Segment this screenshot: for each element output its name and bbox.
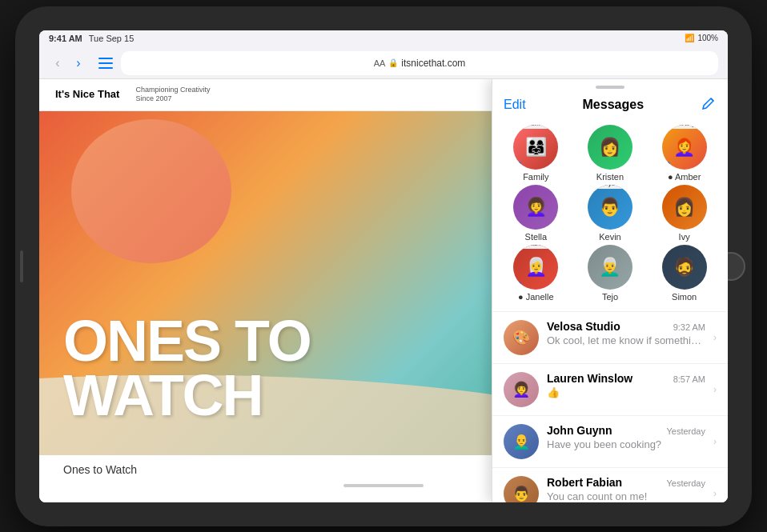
msg-preview-lauren: 👍 <box>547 386 705 398</box>
msg-preview-john: Have you been cooking? <box>547 438 705 450</box>
side-button <box>20 250 23 282</box>
pinned-avatar-family: 👨‍👩‍👧 I'll be home soon! <box>513 125 558 170</box>
site-logo-container: It's Nice That <box>55 88 119 101</box>
msg-name-john: John Guynn <box>547 424 612 437</box>
avatar-robert: 👨 <box>504 476 539 502</box>
msg-time-lauren: 8:57 AM <box>673 374 705 384</box>
msg-content-velosa: Velosa Studio 9:32 AM Ok cool, let me kn… <box>547 320 705 346</box>
msg-preview-robert: You can count on me! <box>547 490 705 502</box>
wifi-icon: 📶 <box>685 34 694 42</box>
site-tagline-line1: Championing Creativity <box>135 86 210 95</box>
msg-top-lauren: Lauren Winslow 8:57 AM <box>547 372 705 385</box>
battery-indicator: 100% <box>697 34 718 42</box>
safari-toolbar: ‹ › AA 🔒 itsnicethat.com <box>39 46 728 79</box>
msg-top-robert: Robert Fabian Yesterday <box>547 476 705 489</box>
pinned-name-tejo: Tejo <box>602 292 618 302</box>
forward-button[interactable]: › <box>70 54 87 72</box>
chevron-lauren: › <box>713 384 717 395</box>
address-url: itsnicethat.com <box>401 58 465 69</box>
pinned-ivy[interactable]: 👩 Ivy <box>656 185 713 242</box>
msg-name-lauren: Lauren Winslow <box>547 372 632 385</box>
pinned-amber[interactable]: 👩‍🦰 Cool, talk to you then. ● Amber <box>656 125 713 182</box>
pinned-contacts: 👨‍👩‍👧 I'll be home soon! Family 👩 <box>492 122 728 312</box>
pinned-simon[interactable]: 🧔 Simon <box>656 245 713 302</box>
bubble-janelle: That looks so good! <box>513 245 558 249</box>
nav-buttons: ‹ › <box>49 54 87 72</box>
pinned-row-2: 👩‍🦱 Stella 👨 What do you think? K <box>499 185 721 242</box>
pinned-avatar-kevin: 👨 What do you think? <box>588 185 632 230</box>
pinned-kevin[interactable]: 👨 What do you think? Kevin <box>581 185 639 242</box>
chevron-john: › <box>713 436 717 447</box>
messages-header: Edit Messages <box>492 92 728 122</box>
back-button[interactable]: ‹ <box>49 54 66 72</box>
pinned-avatar-amber: 👩‍🦰 Cool, talk to you then. <box>662 125 707 170</box>
drag-handle <box>596 86 624 89</box>
svg-rect-0 <box>98 58 113 59</box>
pinned-name-kevin: Kevin <box>599 232 621 242</box>
pinned-name-kristen: Kristen <box>596 172 624 182</box>
ipad-screen: 9:41 AM Tue Sep 15 📶 100% ‹ › <box>39 30 728 502</box>
pinned-row-3: 👩‍🦳 That looks so good! ● Janelle 👨‍🦳 <box>499 245 721 302</box>
unread-dot-family <box>515 162 521 168</box>
ipad-frame: 9:41 AM Tue Sep 15 📶 100% ‹ › <box>15 6 752 526</box>
bookmarks-button[interactable] <box>97 54 114 72</box>
lock-icon: 🔒 <box>388 58 398 67</box>
site-logo: It's Nice That <box>55 88 119 101</box>
pinned-family[interactable]: 👨‍👩‍👧 I'll be home soon! Family <box>507 125 564 182</box>
address-bar[interactable]: AA 🔒 itsnicethat.com <box>121 51 718 75</box>
msg-content-robert: Robert Fabian Yesterday You can count on… <box>547 476 705 502</box>
status-icons: 📶 100% <box>685 34 718 42</box>
pinned-avatar-simon: 🧔 <box>662 245 707 290</box>
chevron-robert: › <box>713 488 717 499</box>
site-tagline-line2: Since 2007 <box>135 94 210 104</box>
conversation-velosa[interactable]: 🎨 Velosa Studio 9:32 AM Ok cool, let me … <box>492 312 728 364</box>
msg-name-velosa: Velosa Studio <box>547 320 620 333</box>
pinned-avatar-stella: 👩‍🦱 <box>513 185 558 230</box>
pinned-name-ivy: Ivy <box>679 232 690 242</box>
messages-title: Messages <box>583 98 645 112</box>
msg-time-velosa: 9:32 AM <box>673 322 705 332</box>
safari-browser: 9:41 AM Tue Sep 15 📶 100% ‹ › <box>39 30 728 502</box>
avatar-velosa: 🎨 <box>504 320 539 355</box>
site-tagline-container: Championing Creativity Since 2007 <box>135 86 210 104</box>
pinned-tejo[interactable]: 👨‍🦳 Tejo <box>581 245 639 302</box>
chevron-velosa: › <box>713 332 717 343</box>
pinned-avatar-kristen: 👩 <box>588 125 632 170</box>
bubble-family: I'll be home soon! <box>513 125 558 129</box>
status-time: 9:41 AM <box>49 34 82 43</box>
conversation-lauren[interactable]: 👩‍🦱 Lauren Winslow 8:57 AM 👍 › <box>492 364 728 416</box>
pinned-avatar-tejo: 👨‍🦳 <box>588 245 632 290</box>
status-date: Tue Sep 15 <box>89 34 134 43</box>
msg-time-john: Yesterday <box>666 426 705 436</box>
status-bar: 9:41 AM Tue Sep 15 📶 100% <box>39 30 728 46</box>
msg-content-lauren: Lauren Winslow 8:57 AM 👍 <box>547 372 705 398</box>
msg-top-john: John Guynn Yesterday <box>547 424 705 437</box>
pinned-name-simon: Simon <box>672 292 697 302</box>
msg-name-robert: Robert Fabian <box>547 476 622 489</box>
home-indicator <box>343 484 424 487</box>
conversation-john[interactable]: 👨‍🦲 John Guynn Yesterday Have you been c… <box>492 416 728 468</box>
messages-panel: Edit Messages <box>492 79 728 502</box>
unread-dot-amber <box>664 162 670 168</box>
bubble-kevin: What do you think? <box>588 185 632 189</box>
pinned-name-family: Family <box>523 172 548 182</box>
avatar-john: 👨‍🦲 <box>504 424 539 459</box>
msg-content-john: John Guynn Yesterday Have you been cooki… <box>547 424 705 450</box>
conversation-robert[interactable]: 👨 Robert Fabian Yesterday You can count … <box>492 468 728 502</box>
msg-top-velosa: Velosa Studio 9:32 AM <box>547 320 705 333</box>
pinned-janelle[interactable]: 👩‍🦳 That looks so good! ● Janelle <box>507 245 564 302</box>
pinned-row-1: 👨‍👩‍👧 I'll be home soon! Family 👩 <box>499 125 721 182</box>
website-content: It's Nice That Championing Creativity Si… <box>39 79 728 502</box>
pinned-name-amber: ● Amber <box>668 172 701 182</box>
pinned-avatar-ivy: 👩 <box>662 185 707 230</box>
message-list: 🎨 Velosa Studio 9:32 AM Ok cool, let me … <box>492 312 728 502</box>
pinned-stella[interactable]: 👩‍🦱 Stella <box>507 185 564 242</box>
bubble-amber: Cool, talk to you then. <box>662 125 707 129</box>
compose-button[interactable] <box>701 95 717 115</box>
svg-rect-2 <box>98 67 113 69</box>
pinned-name-stella: Stella <box>525 232 548 242</box>
unread-dot-janelle <box>515 282 521 288</box>
edit-button[interactable]: Edit <box>504 98 526 112</box>
pinned-kristen[interactable]: 👩 Kristen <box>581 125 639 182</box>
msg-preview-velosa: Ok cool, let me know if something comes … <box>547 334 705 346</box>
